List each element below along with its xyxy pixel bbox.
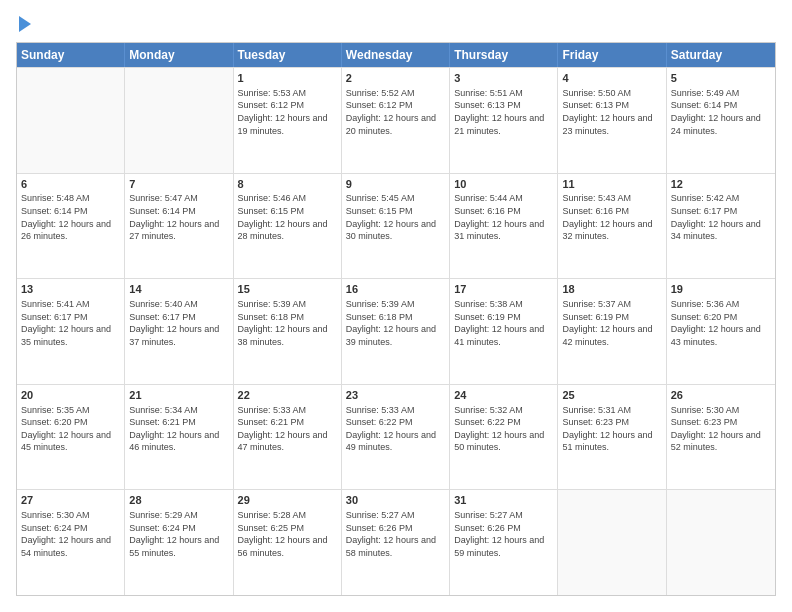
cal-cell-r3-c4: 24Sunrise: 5:32 AM Sunset: 6:22 PM Dayli… (450, 385, 558, 490)
cal-row-2: 13Sunrise: 5:41 AM Sunset: 6:17 PM Dayli… (17, 278, 775, 384)
cal-cell-r3-c5: 25Sunrise: 5:31 AM Sunset: 6:23 PM Dayli… (558, 385, 666, 490)
cell-info: Sunrise: 5:50 AM Sunset: 6:13 PM Dayligh… (562, 87, 661, 137)
cell-info: Sunrise: 5:35 AM Sunset: 6:20 PM Dayligh… (21, 404, 120, 454)
cell-info: Sunrise: 5:49 AM Sunset: 6:14 PM Dayligh… (671, 87, 771, 137)
cal-cell-r0-c3: 2Sunrise: 5:52 AM Sunset: 6:12 PM Daylig… (342, 68, 450, 173)
cal-cell-r3-c3: 23Sunrise: 5:33 AM Sunset: 6:22 PM Dayli… (342, 385, 450, 490)
cal-header-wednesday: Wednesday (342, 43, 450, 67)
cal-cell-r4-c5 (558, 490, 666, 595)
day-number: 27 (21, 493, 120, 508)
logo (16, 16, 31, 32)
cal-cell-r2-c4: 17Sunrise: 5:38 AM Sunset: 6:19 PM Dayli… (450, 279, 558, 384)
cell-info: Sunrise: 5:51 AM Sunset: 6:13 PM Dayligh… (454, 87, 553, 137)
cal-cell-r4-c3: 30Sunrise: 5:27 AM Sunset: 6:26 PM Dayli… (342, 490, 450, 595)
cal-header-sunday: Sunday (17, 43, 125, 67)
cell-info: Sunrise: 5:43 AM Sunset: 6:16 PM Dayligh… (562, 192, 661, 242)
cal-cell-r2-c6: 19Sunrise: 5:36 AM Sunset: 6:20 PM Dayli… (667, 279, 775, 384)
cal-header-tuesday: Tuesday (234, 43, 342, 67)
day-number: 20 (21, 388, 120, 403)
cell-info: Sunrise: 5:42 AM Sunset: 6:17 PM Dayligh… (671, 192, 771, 242)
cell-info: Sunrise: 5:53 AM Sunset: 6:12 PM Dayligh… (238, 87, 337, 137)
cal-row-4: 27Sunrise: 5:30 AM Sunset: 6:24 PM Dayli… (17, 489, 775, 595)
cal-cell-r2-c3: 16Sunrise: 5:39 AM Sunset: 6:18 PM Dayli… (342, 279, 450, 384)
cal-cell-r1-c6: 12Sunrise: 5:42 AM Sunset: 6:17 PM Dayli… (667, 174, 775, 279)
cal-cell-r1-c4: 10Sunrise: 5:44 AM Sunset: 6:16 PM Dayli… (450, 174, 558, 279)
cell-info: Sunrise: 5:37 AM Sunset: 6:19 PM Dayligh… (562, 298, 661, 348)
cal-cell-r4-c1: 28Sunrise: 5:29 AM Sunset: 6:24 PM Dayli… (125, 490, 233, 595)
cal-cell-r0-c1 (125, 68, 233, 173)
cal-cell-r2-c1: 14Sunrise: 5:40 AM Sunset: 6:17 PM Dayli… (125, 279, 233, 384)
cell-info: Sunrise: 5:31 AM Sunset: 6:23 PM Dayligh… (562, 404, 661, 454)
cell-info: Sunrise: 5:32 AM Sunset: 6:22 PM Dayligh… (454, 404, 553, 454)
header (16, 16, 776, 32)
cal-header-monday: Monday (125, 43, 233, 67)
cell-info: Sunrise: 5:30 AM Sunset: 6:23 PM Dayligh… (671, 404, 771, 454)
cell-info: Sunrise: 5:45 AM Sunset: 6:15 PM Dayligh… (346, 192, 445, 242)
cell-info: Sunrise: 5:33 AM Sunset: 6:21 PM Dayligh… (238, 404, 337, 454)
calendar: SundayMondayTuesdayWednesdayThursdayFrid… (16, 42, 776, 596)
cal-cell-r3-c6: 26Sunrise: 5:30 AM Sunset: 6:23 PM Dayli… (667, 385, 775, 490)
day-number: 15 (238, 282, 337, 297)
cal-cell-r1-c0: 6Sunrise: 5:48 AM Sunset: 6:14 PM Daylig… (17, 174, 125, 279)
cal-cell-r3-c2: 22Sunrise: 5:33 AM Sunset: 6:21 PM Dayli… (234, 385, 342, 490)
day-number: 12 (671, 177, 771, 192)
cal-cell-r4-c2: 29Sunrise: 5:28 AM Sunset: 6:25 PM Dayli… (234, 490, 342, 595)
cal-cell-r0-c6: 5Sunrise: 5:49 AM Sunset: 6:14 PM Daylig… (667, 68, 775, 173)
cal-cell-r4-c6 (667, 490, 775, 595)
day-number: 25 (562, 388, 661, 403)
cal-cell-r0-c2: 1Sunrise: 5:53 AM Sunset: 6:12 PM Daylig… (234, 68, 342, 173)
cell-info: Sunrise: 5:34 AM Sunset: 6:21 PM Dayligh… (129, 404, 228, 454)
cell-info: Sunrise: 5:28 AM Sunset: 6:25 PM Dayligh… (238, 509, 337, 559)
day-number: 22 (238, 388, 337, 403)
cal-cell-r1-c3: 9Sunrise: 5:45 AM Sunset: 6:15 PM Daylig… (342, 174, 450, 279)
day-number: 7 (129, 177, 228, 192)
cal-cell-r4-c0: 27Sunrise: 5:30 AM Sunset: 6:24 PM Dayli… (17, 490, 125, 595)
logo-arrow-icon (19, 16, 31, 32)
cal-header-saturday: Saturday (667, 43, 775, 67)
cell-info: Sunrise: 5:52 AM Sunset: 6:12 PM Dayligh… (346, 87, 445, 137)
cell-info: Sunrise: 5:48 AM Sunset: 6:14 PM Dayligh… (21, 192, 120, 242)
day-number: 14 (129, 282, 228, 297)
day-number: 1 (238, 71, 337, 86)
day-number: 31 (454, 493, 553, 508)
day-number: 4 (562, 71, 661, 86)
day-number: 3 (454, 71, 553, 86)
cell-info: Sunrise: 5:40 AM Sunset: 6:17 PM Dayligh… (129, 298, 228, 348)
day-number: 24 (454, 388, 553, 403)
day-number: 18 (562, 282, 661, 297)
day-number: 19 (671, 282, 771, 297)
cal-cell-r2-c5: 18Sunrise: 5:37 AM Sunset: 6:19 PM Dayli… (558, 279, 666, 384)
cal-cell-r2-c2: 15Sunrise: 5:39 AM Sunset: 6:18 PM Dayli… (234, 279, 342, 384)
day-number: 6 (21, 177, 120, 192)
cell-info: Sunrise: 5:41 AM Sunset: 6:17 PM Dayligh… (21, 298, 120, 348)
cal-cell-r1-c2: 8Sunrise: 5:46 AM Sunset: 6:15 PM Daylig… (234, 174, 342, 279)
cal-cell-r1-c5: 11Sunrise: 5:43 AM Sunset: 6:16 PM Dayli… (558, 174, 666, 279)
cell-info: Sunrise: 5:30 AM Sunset: 6:24 PM Dayligh… (21, 509, 120, 559)
cal-row-1: 6Sunrise: 5:48 AM Sunset: 6:14 PM Daylig… (17, 173, 775, 279)
cal-header-thursday: Thursday (450, 43, 558, 67)
cell-info: Sunrise: 5:44 AM Sunset: 6:16 PM Dayligh… (454, 192, 553, 242)
cell-info: Sunrise: 5:36 AM Sunset: 6:20 PM Dayligh… (671, 298, 771, 348)
cell-info: Sunrise: 5:38 AM Sunset: 6:19 PM Dayligh… (454, 298, 553, 348)
day-number: 30 (346, 493, 445, 508)
day-number: 11 (562, 177, 661, 192)
day-number: 2 (346, 71, 445, 86)
calendar-header: SundayMondayTuesdayWednesdayThursdayFrid… (17, 43, 775, 67)
day-number: 26 (671, 388, 771, 403)
cell-info: Sunrise: 5:27 AM Sunset: 6:26 PM Dayligh… (454, 509, 553, 559)
cal-cell-r4-c4: 31Sunrise: 5:27 AM Sunset: 6:26 PM Dayli… (450, 490, 558, 595)
page: SundayMondayTuesdayWednesdayThursdayFrid… (0, 0, 792, 612)
calendar-body: 1Sunrise: 5:53 AM Sunset: 6:12 PM Daylig… (17, 67, 775, 595)
day-number: 16 (346, 282, 445, 297)
cal-cell-r2-c0: 13Sunrise: 5:41 AM Sunset: 6:17 PM Dayli… (17, 279, 125, 384)
day-number: 21 (129, 388, 228, 403)
cell-info: Sunrise: 5:47 AM Sunset: 6:14 PM Dayligh… (129, 192, 228, 242)
day-number: 17 (454, 282, 553, 297)
cell-info: Sunrise: 5:33 AM Sunset: 6:22 PM Dayligh… (346, 404, 445, 454)
cal-cell-r0-c4: 3Sunrise: 5:51 AM Sunset: 6:13 PM Daylig… (450, 68, 558, 173)
cal-cell-r3-c1: 21Sunrise: 5:34 AM Sunset: 6:21 PM Dayli… (125, 385, 233, 490)
cal-header-friday: Friday (558, 43, 666, 67)
cell-info: Sunrise: 5:29 AM Sunset: 6:24 PM Dayligh… (129, 509, 228, 559)
day-number: 9 (346, 177, 445, 192)
cal-cell-r1-c1: 7Sunrise: 5:47 AM Sunset: 6:14 PM Daylig… (125, 174, 233, 279)
